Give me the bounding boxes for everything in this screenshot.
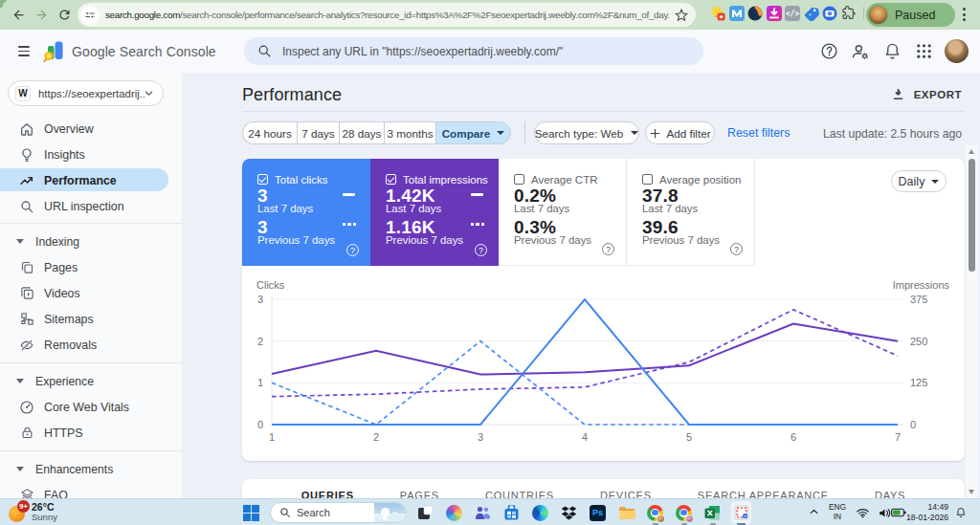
clock-widget[interactable]: 14:49 18-01-2026 <box>906 502 948 522</box>
compare-button[interactable]: Compare <box>435 121 511 144</box>
mail-extension-icon[interactable] <box>729 6 745 21</box>
url-text[interactable]: search.google.com/search-console/perform… <box>105 10 669 20</box>
tab-pages[interactable]: PAGES <box>400 490 439 498</box>
dropbox-button[interactable] <box>559 501 579 524</box>
extensions-puzzle-icon[interactable] <box>841 6 857 21</box>
sidebar-item-removals[interactable]: Removals <box>0 332 182 358</box>
search-console-logo[interactable] <box>42 41 65 62</box>
copilot-button[interactable] <box>444 501 464 524</box>
forward-button[interactable] <box>33 6 50 23</box>
granularity-select[interactable]: Daily <box>891 170 947 192</box>
page-scrollbar[interactable] <box>966 145 978 498</box>
export-button[interactable]: EXPORT <box>891 87 962 101</box>
checkbox-checked-icon[interactable] <box>386 174 396 185</box>
back-button[interactable] <box>10 6 27 23</box>
browser-profile-chip[interactable]: Paused <box>866 3 955 27</box>
performance-line-chart[interactable]: ClicksImpressions012301252503751234567 <box>242 273 965 455</box>
tab-devices[interactable]: DEVICES <box>600 490 652 498</box>
address-bar[interactable]: search.google.com/search-console/perform… <box>78 3 696 27</box>
start-button[interactable] <box>241 501 261 524</box>
sidebar-item-overview[interactable]: Overview <box>0 116 182 142</box>
metric-card-total-impressions[interactable]: Total impressions 1.42K Last 7 days 1.16… <box>370 159 499 266</box>
property-selector[interactable]: W https://seoexpertadrij.... <box>8 80 164 106</box>
file-explorer-button[interactable] <box>616 501 636 524</box>
metric-card-average-position[interactable]: Average position 37.8 Last 7 days 39.6 P… <box>627 159 755 266</box>
weather-widget[interactable]: 9+ 26°C Sunny <box>9 501 57 523</box>
volume-button[interactable] <box>879 508 891 518</box>
section-indexing[interactable]: Indexing <box>0 229 182 254</box>
help-icon[interactable]: ? <box>602 243 614 255</box>
notifications-button[interactable] <box>881 41 902 62</box>
wifi-button[interactable] <box>857 508 869 518</box>
sidebar-item-insights[interactable]: Insights <box>0 142 182 167</box>
chrome-profile-1-button[interactable] <box>645 501 665 524</box>
sidebar-item-https[interactable]: HTTPS <box>0 420 182 446</box>
language-indicator[interactable]: ENG IN <box>829 503 846 521</box>
chrome-profile-2-button[interactable] <box>674 501 694 524</box>
task-view-button[interactable] <box>415 501 435 524</box>
downloader-extension-icon[interactable] <box>767 6 782 21</box>
help-icon[interactable]: ? <box>346 244 359 256</box>
chevron-down-icon <box>497 131 504 135</box>
range-7-days[interactable]: 7 days <box>297 121 339 144</box>
browser-menu-button[interactable] <box>962 8 966 21</box>
scroll-up-arrow-icon[interactable] <box>969 149 974 154</box>
photoshop-button[interactable]: Ps <box>588 501 608 524</box>
microsoft-store-button[interactable] <box>501 501 522 524</box>
help-icon[interactable]: ? <box>730 243 743 255</box>
main-menu-button[interactable] <box>18 46 30 56</box>
range-24-hours[interactable]: 24 hours <box>242 121 297 144</box>
sidebar-item-videos[interactable]: Videos <box>0 280 182 306</box>
account-avatar[interactable] <box>945 39 969 63</box>
camera-extension-icon[interactable] <box>822 6 837 21</box>
sidebar-item-url-inspection[interactable]: URL inspection <box>0 193 182 219</box>
tag-extension-icon[interactable] <box>804 6 819 21</box>
sidebar-item-core-web-vitals[interactable]: Core Web Vitals <box>0 394 182 420</box>
reload-button[interactable] <box>56 6 73 23</box>
tab-search-appearance[interactable]: SEARCH APPEARANCE <box>698 490 829 498</box>
search-icon <box>257 44 272 58</box>
excel-button[interactable] <box>702 501 723 524</box>
checkbox-unchecked-icon[interactable] <box>642 174 653 185</box>
range-3-months[interactable]: 3 months <box>384 121 435 144</box>
sidebar-item-faq[interactable]: FAQ <box>0 482 182 498</box>
notification-center-button[interactable] <box>955 507 967 518</box>
sidebar-item-sitemaps[interactable]: Sitemaps <box>0 306 182 332</box>
teams-button[interactable] <box>473 501 493 524</box>
checkbox-checked-icon[interactable] <box>257 174 268 185</box>
snipping-tool-button[interactable] <box>731 501 751 524</box>
section-enhancements[interactable]: Enhancements <box>0 456 182 482</box>
range-28-days[interactable]: 28 days <box>339 121 384 144</box>
edge-button[interactable] <box>530 501 550 524</box>
inspect-url-input[interactable] <box>282 45 690 58</box>
reset-filters-link[interactable]: Reset filters <box>727 126 790 140</box>
svg-text:</>: </> <box>786 10 800 18</box>
scroll-down-arrow-icon[interactable] <box>969 490 974 494</box>
taskbar-search[interactable]: Search <box>270 502 407 523</box>
help-icon[interactable]: ? <box>475 244 487 256</box>
sidebar-item-performance[interactable]: Performance <box>0 167 182 193</box>
tab-queries[interactable]: QUERIES <box>301 490 354 498</box>
metric-card-total-clicks[interactable]: Total clicks 3 Last 7 days 3 Previous 7 … <box>242 159 370 266</box>
add-filter-button[interactable]: Add filter <box>645 121 715 144</box>
bookmark-star-button[interactable] <box>675 9 688 22</box>
search-type-button[interactable]: Search type: Web <box>534 121 639 144</box>
scrollbar-thumb[interactable] <box>969 159 975 272</box>
svg-text:2: 2 <box>373 431 379 443</box>
settings-button[interactable] <box>850 41 871 62</box>
inspect-url-searchbox[interactable] <box>244 37 703 65</box>
tab-days[interactable]: DAYS <box>875 490 905 498</box>
google-apps-button[interactable] <box>913 41 934 62</box>
checkbox-unchecked-icon[interactable] <box>514 174 524 185</box>
hidden-icons-chevron[interactable] <box>810 509 818 514</box>
sidebar-item-pages[interactable]: Pages <box>0 254 182 280</box>
site-info-button[interactable] <box>80 6 100 25</box>
battery-button[interactable] <box>891 508 906 517</box>
help-button[interactable] <box>818 41 839 62</box>
swirl-extension-icon[interactable] <box>747 6 763 21</box>
section-experience[interactable]: Experience <box>0 368 182 394</box>
code-extension-icon[interactable]: </> <box>785 6 800 21</box>
keyword-tool-extension-icon[interactable] <box>710 6 725 21</box>
tab-countries[interactable]: COUNTRIES <box>485 490 554 498</box>
metric-card-average-ctr[interactable]: Average CTR 0.2% Last 7 days 0.3% Previo… <box>499 159 627 266</box>
